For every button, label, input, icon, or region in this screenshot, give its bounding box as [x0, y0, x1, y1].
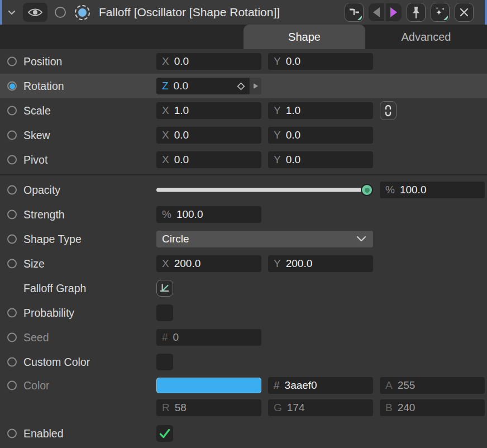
- shape-type-dropdown[interactable]: Circle: [156, 231, 373, 247]
- skew-animate-radio[interactable]: [7, 131, 17, 140]
- prev-triangle-icon: [373, 7, 380, 17]
- skew-x-field[interactable]: X 0.0: [156, 127, 261, 144]
- scale-x-prefix: X: [162, 104, 169, 117]
- opacity-label: Opacity: [23, 184, 60, 197]
- magic-button[interactable]: [431, 3, 450, 22]
- seed-value: 0: [173, 331, 179, 344]
- chevron-down-icon: [6, 6, 18, 18]
- custom-color-label: Custom Color: [23, 356, 90, 369]
- row-opacity: Opacity % 100.0: [0, 178, 487, 202]
- titlebar: Falloff [Oscillator [Shape Rotation]]: [0, 0, 487, 25]
- pin-button[interactable]: [407, 3, 426, 22]
- skew-label: Skew: [23, 129, 50, 142]
- scale-animate-radio[interactable]: [7, 106, 17, 116]
- pivot-x-field[interactable]: X 0.0: [156, 151, 261, 168]
- close-button[interactable]: [455, 3, 474, 22]
- custom-color-animate-radio[interactable]: [7, 358, 17, 367]
- position-y-field[interactable]: Y 0.0: [268, 53, 373, 70]
- color-hex-field[interactable]: # 3aaef0: [268, 377, 373, 394]
- expand-triangle-icon: [254, 83, 258, 89]
- color-b-value: 240: [398, 402, 416, 414]
- skew-y-field[interactable]: Y 0.0: [268, 127, 373, 144]
- seed-animate-radio[interactable]: [7, 333, 17, 342]
- selection-edge-right: [485, 0, 487, 25]
- custom-color-checkbox[interactable]: [156, 354, 173, 370]
- scale-x-field[interactable]: X 1.0: [156, 102, 261, 119]
- tab-shape[interactable]: Shape: [244, 25, 365, 49]
- close-icon: [459, 7, 470, 18]
- pivot-y-prefix: Y: [274, 154, 281, 166]
- row-color-rgb: R 58 G 174 B 240: [0, 397, 487, 419]
- titlebar-actions: [345, 3, 480, 22]
- size-label: Size: [23, 258, 45, 270]
- color-swatch[interactable]: [156, 378, 261, 393]
- sparkles-icon: [433, 6, 447, 19]
- seed-label: Seed: [23, 331, 49, 344]
- strength-percent-value: 100.0: [176, 208, 203, 221]
- pivot-animate-radio[interactable]: [7, 155, 17, 165]
- pivot-label: Pivot: [23, 154, 47, 166]
- pivot-x-value: 0.0: [174, 154, 189, 166]
- opacity-animate-radio[interactable]: [7, 185, 17, 195]
- color-b-prefix: B: [385, 402, 393, 414]
- rotation-expand-button[interactable]: [250, 78, 261, 94]
- rotation-animate-radio[interactable]: [7, 82, 17, 91]
- keyframe-button[interactable]: [237, 82, 245, 90]
- color-r-value: 58: [175, 402, 187, 414]
- pivot-y-value: 0.0: [286, 154, 300, 166]
- skew-x-value: 0.0: [174, 129, 189, 141]
- enabled-checkbox[interactable]: [156, 425, 173, 442]
- solo-toggle[interactable]: [55, 7, 66, 18]
- color-r-field: R 58: [156, 399, 261, 416]
- next-keyframe-button[interactable]: [386, 3, 402, 21]
- opacity-percent-field[interactable]: % 100.0: [380, 182, 485, 198]
- falloff-dot: [78, 8, 87, 17]
- color-hex-value: 3aaef0: [285, 379, 317, 392]
- color-animate-radio[interactable]: [7, 381, 17, 390]
- color-hex-prefix: #: [274, 379, 280, 392]
- row-position: Position X 0.0 Y 0.0: [0, 49, 487, 74]
- scale-y-field[interactable]: Y 1.0: [268, 102, 373, 119]
- falloff-graph-button[interactable]: [156, 280, 173, 297]
- enabled-animate-radio[interactable]: [7, 429, 17, 439]
- seed-prefix: #: [162, 331, 168, 344]
- position-x-field[interactable]: X 0.0: [156, 53, 261, 70]
- rotation-z-prefix: Z: [162, 80, 169, 92]
- probability-checkbox[interactable]: [156, 304, 173, 321]
- row-pivot: Pivot X 0.0 Y 0.0: [0, 147, 487, 172]
- row-shape-type: Shape Type Circle: [0, 227, 487, 251]
- probability-animate-radio[interactable]: [7, 308, 17, 318]
- strength-animate-radio[interactable]: [7, 210, 17, 220]
- shape-type-animate-radio[interactable]: [7, 235, 17, 244]
- opacity-slider-handle[interactable]: [361, 184, 373, 196]
- size-x-field[interactable]: X 200.0: [156, 255, 261, 272]
- size-y-field[interactable]: Y 200.0: [268, 255, 373, 272]
- rotation-label: Rotation: [23, 80, 64, 93]
- size-animate-radio[interactable]: [7, 259, 17, 269]
- panel-title: Falloff [Oscillator [Shape Rotation]]: [99, 6, 280, 19]
- scale-link-button[interactable]: [380, 101, 397, 120]
- position-y-value: 0.0: [286, 55, 300, 68]
- color-b-field: B 240: [380, 399, 485, 416]
- tab-advanced[interactable]: Advanced: [365, 25, 487, 49]
- skew-y-prefix: Y: [274, 129, 281, 141]
- scale-label: Scale: [23, 104, 51, 117]
- row-probability: Probability: [0, 301, 487, 325]
- position-x-value: 0.0: [174, 55, 189, 68]
- selection-edge-left: [0, 0, 2, 25]
- rotation-z-field[interactable]: Z 0.0: [156, 78, 261, 94]
- strength-percent-field[interactable]: % 100.0: [156, 206, 261, 223]
- next-triangle-icon: [390, 7, 397, 17]
- opacity-slider[interactable]: [156, 183, 373, 197]
- scale-x-value: 1.0: [174, 104, 189, 117]
- shape-type-label: Shape Type: [23, 233, 82, 246]
- prev-keyframe-button[interactable]: [369, 3, 384, 21]
- collapse-button[interactable]: [6, 6, 18, 18]
- visibility-button[interactable]: [23, 3, 47, 22]
- opacity-slider-track[interactable]: [156, 188, 369, 192]
- probability-label: Probability: [23, 307, 74, 320]
- pivot-y-field[interactable]: Y 0.0: [268, 151, 373, 168]
- flatten-hierarchy-button[interactable]: [345, 3, 364, 22]
- color-g-value: 174: [287, 402, 305, 414]
- position-animate-radio[interactable]: [7, 57, 17, 66]
